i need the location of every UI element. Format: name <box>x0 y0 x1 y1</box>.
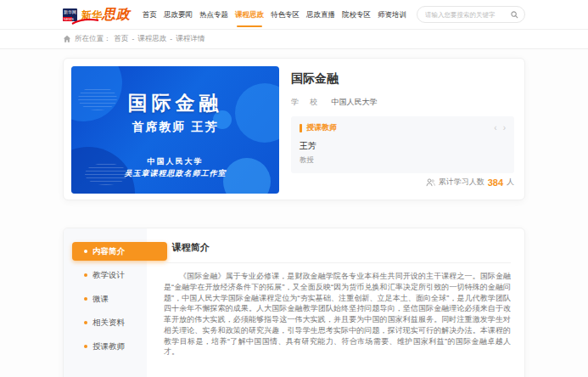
sidebar-item-micro-lessons[interactable]: 微课 <box>64 290 147 308</box>
teacher-name: 王芳 <box>300 140 506 152</box>
breadcrumb-separator: - <box>170 35 172 43</box>
sidebar-item-teachers[interactable]: 授课教师 <box>64 337 147 356</box>
breadcrumb-label: 所在位置： <box>75 34 111 44</box>
banner-university: 中国人民大学 <box>71 156 279 167</box>
nav-item-colleges[interactable]: 院校专区 <box>342 0 371 29</box>
logo-swoosh-icon <box>71 17 100 25</box>
bullet-dot-icon <box>84 250 87 253</box>
home-icon <box>63 35 71 43</box>
course-detail-card: 内容简介 教学设计 微课 相关资料 授课教师 课程简介 《国际金融》属于专业必修… <box>63 228 525 377</box>
breadcrumb-link-course-sizheng[interactable]: 课程思政 <box>137 34 166 44</box>
nav-item-special-zone[interactable]: 特色专区 <box>271 0 300 29</box>
nav-label: 课程思政 <box>235 10 264 19</box>
nav-label: 师资培训 <box>378 10 406 19</box>
brand-suffix: 思政 <box>102 7 131 21</box>
nav-item-live[interactable]: 思政直播 <box>306 0 335 29</box>
sidebar-item-label: 相关资料 <box>92 318 125 329</box>
next-arrow-icon[interactable]: › <box>503 124 506 132</box>
nav-item-sizheng-news[interactable]: 思政要闻 <box>164 0 193 29</box>
course-title: 国际金融 <box>291 71 514 87</box>
teacher-title: 教授 <box>300 155 506 166</box>
search-box[interactable] <box>417 6 525 23</box>
course-banner-image: 国际金融 首席教师 王芳 中国人民大学 吴玉章课程思政名师工作室 <box>71 66 279 194</box>
sidebar-item-label: 授课教师 <box>92 341 125 352</box>
nav-label: 首页 <box>143 10 157 19</box>
logo-mark-text: 新华网 <box>63 8 77 14</box>
search-icon[interactable] <box>511 11 518 19</box>
main-nav: 首页 思政要闻 热点专题 课程思政 特色专区 思政直播 院校专区 师资培训 <box>143 0 406 29</box>
nav-label: 特色专区 <box>271 10 300 19</box>
detail-main: 课程简介 《国际金融》属于专业必修课，是财政金融学院各专业本科生共同开设的主干课… <box>147 228 524 377</box>
nav-item-course-sizheng[interactable]: 课程思政 <box>235 0 264 29</box>
accent-bar <box>164 243 166 253</box>
site-logo[interactable]: 新华网 NEWS 新华思政 <box>63 6 131 24</box>
breadcrumb-separator: - <box>132 35 135 43</box>
teachers-box: 授课教师 ‹ › 王芳 教授 <box>291 116 514 173</box>
section-divider <box>164 262 511 263</box>
breadcrumb-bar: 所在位置： 首页 - 课程思政 - 课程详情 <box>0 29 588 49</box>
banner-course-title: 国际金融 <box>71 90 279 116</box>
detail-sidebar: 内容简介 教学设计 微课 相关资料 授课教师 <box>64 228 147 377</box>
breadcrumb: 所在位置： 首页 - 课程思政 - 课程详情 <box>63 29 525 48</box>
prev-arrow-icon[interactable]: ‹ <box>494 124 496 132</box>
accent-bar <box>300 124 302 132</box>
section-title: 课程简介 <box>172 241 210 254</box>
learners-stats: 累计学习人数 384 人 <box>426 177 514 188</box>
nav-item-teacher-training[interactable]: 师资培训 <box>378 0 406 29</box>
nav-label: 院校专区 <box>342 10 371 19</box>
banner-teacher: 首席教师 王芳 <box>71 120 279 135</box>
sidebar-item-label: 内容简介 <box>92 246 125 257</box>
learners-count-icon <box>426 178 435 187</box>
teachers-section-label: 授课教师 <box>306 122 337 133</box>
header: 新华网 NEWS 新华思政 首页 思政要闻 热点专题 课程思政 特色专区 思政直… <box>0 0 588 30</box>
sidebar-item-teaching-design[interactable]: 教学设计 <box>64 266 147 284</box>
nav-label: 思政直播 <box>306 10 335 19</box>
bullet-dot-icon <box>84 321 87 324</box>
school-value: 中国人民大学 <box>332 98 378 106</box>
sidebar-item-label: 教学设计 <box>92 270 125 281</box>
stats-value: 384 <box>488 177 503 188</box>
teacher-pager: ‹ › <box>494 124 506 132</box>
breadcrumb-current: 课程详情 <box>176 34 204 44</box>
course-summary-card: 国际金融 首席教师 王芳 中国人民大学 吴玉章课程思政名师工作室 国际金融 学 … <box>63 58 525 200</box>
banner-studio: 吴玉章课程思政名师工作室 <box>71 168 279 179</box>
nav-label: 思政要闻 <box>164 10 193 19</box>
school-label: 学 校 <box>291 98 319 106</box>
nav-item-hot-topics[interactable]: 热点专题 <box>199 0 228 29</box>
bullet-dot-icon <box>84 273 87 277</box>
nav-item-home[interactable]: 首页 <box>143 0 157 29</box>
breadcrumb-link-home[interactable]: 首页 <box>115 34 129 44</box>
course-intro-text: 《国际金融》属于专业必修课，是财政金融学院各专业本科生共同开设的主干课程之一。国… <box>164 271 511 357</box>
nav-label: 热点专题 <box>199 10 228 19</box>
sidebar-item-related-materials[interactable]: 相关资料 <box>64 313 147 332</box>
stats-label: 累计学习人数 <box>439 177 484 188</box>
sidebar-item-label: 微课 <box>92 294 109 305</box>
stats-unit: 人 <box>507 177 514 188</box>
bullet-dot-icon <box>84 297 87 301</box>
course-info-panel: 国际金融 学 校 中国人民大学 授课教师 ‹ › 王芳 教授 <box>279 66 517 192</box>
section-header: 课程简介 <box>164 241 511 254</box>
search-input[interactable] <box>423 10 511 20</box>
bullet-dot-icon <box>84 345 87 348</box>
school-row: 学 校 中国人民大学 <box>291 97 514 108</box>
